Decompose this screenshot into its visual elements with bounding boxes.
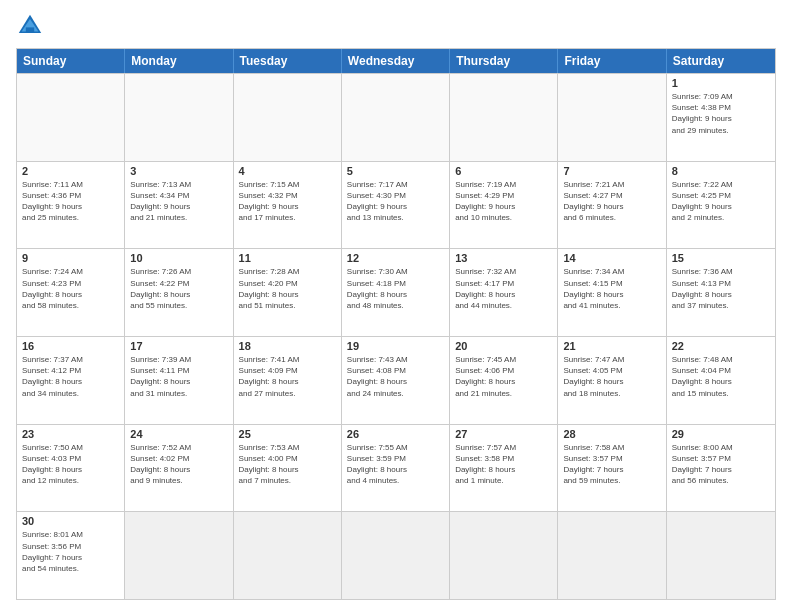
page: SundayMondayTuesdayWednesdayThursdayFrid… [0,0,792,612]
empty-cell-0-5 [558,74,666,161]
day-number: 1 [672,77,770,89]
day-info: Sunrise: 7:50 AM Sunset: 4:03 PM Dayligh… [22,442,119,487]
empty-cell-0-3 [342,74,450,161]
logo [16,12,48,40]
day-number: 8 [672,165,770,177]
day-cell-5: 5Sunrise: 7:17 AM Sunset: 4:30 PM Daylig… [342,162,450,249]
day-cell-12: 12Sunrise: 7:30 AM Sunset: 4:18 PM Dayli… [342,249,450,336]
day-number: 14 [563,252,660,264]
day-number: 9 [22,252,119,264]
header [16,12,776,40]
calendar-row-3: 16Sunrise: 7:37 AM Sunset: 4:12 PM Dayli… [17,336,775,424]
day-info: Sunrise: 7:41 AM Sunset: 4:09 PM Dayligh… [239,354,336,399]
day-cell-9: 9Sunrise: 7:24 AM Sunset: 4:23 PM Daylig… [17,249,125,336]
day-cell-6: 6Sunrise: 7:19 AM Sunset: 4:29 PM Daylig… [450,162,558,249]
weekday-header-wednesday: Wednesday [342,49,450,73]
empty-cell-5-2 [234,512,342,599]
empty-cell-0-2 [234,74,342,161]
calendar-row-0: 1Sunrise: 7:09 AM Sunset: 4:38 PM Daylig… [17,73,775,161]
day-number: 25 [239,428,336,440]
day-number: 15 [672,252,770,264]
day-number: 19 [347,340,444,352]
day-number: 24 [130,428,227,440]
day-info: Sunrise: 7:39 AM Sunset: 4:11 PM Dayligh… [130,354,227,399]
day-info: Sunrise: 7:30 AM Sunset: 4:18 PM Dayligh… [347,266,444,311]
day-cell-1: 1Sunrise: 7:09 AM Sunset: 4:38 PM Daylig… [667,74,775,161]
day-cell-23: 23Sunrise: 7:50 AM Sunset: 4:03 PM Dayli… [17,425,125,512]
day-cell-26: 26Sunrise: 7:55 AM Sunset: 3:59 PM Dayli… [342,425,450,512]
day-info: Sunrise: 7:34 AM Sunset: 4:15 PM Dayligh… [563,266,660,311]
day-number: 5 [347,165,444,177]
day-number: 22 [672,340,770,352]
day-cell-29: 29Sunrise: 8:00 AM Sunset: 3:57 PM Dayli… [667,425,775,512]
day-info: Sunrise: 7:32 AM Sunset: 4:17 PM Dayligh… [455,266,552,311]
day-cell-10: 10Sunrise: 7:26 AM Sunset: 4:22 PM Dayli… [125,249,233,336]
day-cell-3: 3Sunrise: 7:13 AM Sunset: 4:34 PM Daylig… [125,162,233,249]
day-cell-17: 17Sunrise: 7:39 AM Sunset: 4:11 PM Dayli… [125,337,233,424]
empty-cell-0-0 [17,74,125,161]
day-cell-24: 24Sunrise: 7:52 AM Sunset: 4:02 PM Dayli… [125,425,233,512]
day-info: Sunrise: 7:45 AM Sunset: 4:06 PM Dayligh… [455,354,552,399]
day-number: 7 [563,165,660,177]
svg-rect-2 [26,27,34,33]
day-info: Sunrise: 7:52 AM Sunset: 4:02 PM Dayligh… [130,442,227,487]
day-cell-19: 19Sunrise: 7:43 AM Sunset: 4:08 PM Dayli… [342,337,450,424]
calendar: SundayMondayTuesdayWednesdayThursdayFrid… [16,48,776,600]
day-cell-15: 15Sunrise: 7:36 AM Sunset: 4:13 PM Dayli… [667,249,775,336]
day-cell-30: 30Sunrise: 8:01 AM Sunset: 3:56 PM Dayli… [17,512,125,599]
day-cell-2: 2Sunrise: 7:11 AM Sunset: 4:36 PM Daylig… [17,162,125,249]
calendar-body: 1Sunrise: 7:09 AM Sunset: 4:38 PM Daylig… [17,73,775,599]
day-info: Sunrise: 7:48 AM Sunset: 4:04 PM Dayligh… [672,354,770,399]
day-number: 29 [672,428,770,440]
day-info: Sunrise: 7:26 AM Sunset: 4:22 PM Dayligh… [130,266,227,311]
day-number: 2 [22,165,119,177]
logo-icon [16,12,44,40]
empty-cell-5-4 [450,512,558,599]
day-cell-8: 8Sunrise: 7:22 AM Sunset: 4:25 PM Daylig… [667,162,775,249]
day-cell-22: 22Sunrise: 7:48 AM Sunset: 4:04 PM Dayli… [667,337,775,424]
calendar-header: SundayMondayTuesdayWednesdayThursdayFrid… [17,49,775,73]
day-number: 4 [239,165,336,177]
day-info: Sunrise: 7:43 AM Sunset: 4:08 PM Dayligh… [347,354,444,399]
day-info: Sunrise: 7:36 AM Sunset: 4:13 PM Dayligh… [672,266,770,311]
calendar-row-5: 30Sunrise: 8:01 AM Sunset: 3:56 PM Dayli… [17,511,775,599]
weekday-header-saturday: Saturday [667,49,775,73]
day-info: Sunrise: 7:17 AM Sunset: 4:30 PM Dayligh… [347,179,444,224]
day-info: Sunrise: 7:24 AM Sunset: 4:23 PM Dayligh… [22,266,119,311]
weekday-header-friday: Friday [558,49,666,73]
calendar-row-2: 9Sunrise: 7:24 AM Sunset: 4:23 PM Daylig… [17,248,775,336]
weekday-header-monday: Monday [125,49,233,73]
day-number: 27 [455,428,552,440]
day-info: Sunrise: 7:58 AM Sunset: 3:57 PM Dayligh… [563,442,660,487]
day-cell-13: 13Sunrise: 7:32 AM Sunset: 4:17 PM Dayli… [450,249,558,336]
empty-cell-0-1 [125,74,233,161]
day-info: Sunrise: 7:28 AM Sunset: 4:20 PM Dayligh… [239,266,336,311]
day-info: Sunrise: 7:09 AM Sunset: 4:38 PM Dayligh… [672,91,770,136]
day-info: Sunrise: 7:57 AM Sunset: 3:58 PM Dayligh… [455,442,552,487]
day-info: Sunrise: 7:19 AM Sunset: 4:29 PM Dayligh… [455,179,552,224]
day-cell-20: 20Sunrise: 7:45 AM Sunset: 4:06 PM Dayli… [450,337,558,424]
day-info: Sunrise: 7:15 AM Sunset: 4:32 PM Dayligh… [239,179,336,224]
day-number: 18 [239,340,336,352]
day-cell-21: 21Sunrise: 7:47 AM Sunset: 4:05 PM Dayli… [558,337,666,424]
day-cell-16: 16Sunrise: 7:37 AM Sunset: 4:12 PM Dayli… [17,337,125,424]
day-cell-28: 28Sunrise: 7:58 AM Sunset: 3:57 PM Dayli… [558,425,666,512]
day-info: Sunrise: 7:13 AM Sunset: 4:34 PM Dayligh… [130,179,227,224]
day-number: 20 [455,340,552,352]
day-number: 16 [22,340,119,352]
empty-cell-5-3 [342,512,450,599]
empty-cell-0-4 [450,74,558,161]
day-number: 11 [239,252,336,264]
day-cell-14: 14Sunrise: 7:34 AM Sunset: 4:15 PM Dayli… [558,249,666,336]
day-info: Sunrise: 7:53 AM Sunset: 4:00 PM Dayligh… [239,442,336,487]
day-cell-11: 11Sunrise: 7:28 AM Sunset: 4:20 PM Dayli… [234,249,342,336]
day-number: 12 [347,252,444,264]
empty-cell-5-6 [667,512,775,599]
day-number: 21 [563,340,660,352]
day-number: 28 [563,428,660,440]
day-number: 3 [130,165,227,177]
day-number: 6 [455,165,552,177]
day-cell-27: 27Sunrise: 7:57 AM Sunset: 3:58 PM Dayli… [450,425,558,512]
day-info: Sunrise: 7:22 AM Sunset: 4:25 PM Dayligh… [672,179,770,224]
weekday-header-tuesday: Tuesday [234,49,342,73]
